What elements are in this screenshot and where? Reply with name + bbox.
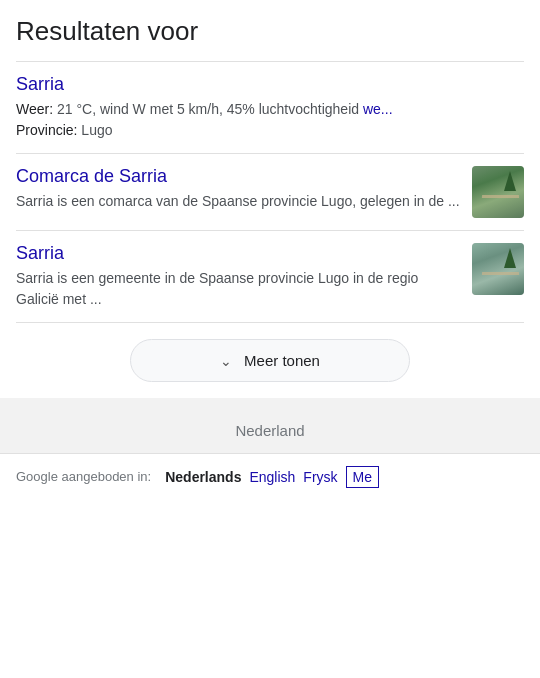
meer-tonen-label: Meer tonen <box>244 352 320 369</box>
lang-more-boxed[interactable]: Me <box>346 466 379 488</box>
province-value: Lugo <box>81 122 112 138</box>
result-comarca: Comarca de Sarria Sarria is een comarca … <box>16 154 524 231</box>
sarria-weather-description: Weer: 21 °C, wind W met 5 km/h, 45% luch… <box>16 99 524 120</box>
footer-section: Nederland Google aangeboden in: Nederlan… <box>0 398 540 500</box>
comarca-title[interactable]: Comarca de Sarria <box>16 166 462 187</box>
meer-tonen-button[interactable]: ⌄ Meer tonen <box>130 339 410 382</box>
sarria-text: Sarria Sarria is een gemeente in de Spaa… <box>16 243 462 310</box>
lang-english[interactable]: English <box>249 469 295 485</box>
sarria-thumbnail <box>472 243 524 295</box>
weather-text: 21 °C, wind W met 5 km/h, 45% luchtvocht… <box>57 101 363 117</box>
comarca-thumbnail <box>472 166 524 218</box>
sarria-gemeente-description: Sarria is een gemeente in de Spaanse pro… <box>16 268 462 310</box>
meer-tonen-section: ⌄ Meer tonen <box>16 323 524 398</box>
weather-link[interactable]: we... <box>363 101 393 117</box>
language-links: Nederlands English Frysk Me <box>165 466 379 488</box>
province-description: Provincie: Lugo <box>16 120 524 141</box>
road-decoration <box>482 195 519 198</box>
google-offered-label: Google aangeboden in: <box>16 468 151 486</box>
footer-languages: Google aangeboden in: Nederlands English… <box>0 453 540 500</box>
result-sarria-weather: Sarria Weer: 21 °C, wind W met 5 km/h, 4… <box>16 62 524 154</box>
comarca-text: Comarca de Sarria Sarria is een comarca … <box>16 166 462 212</box>
tree-decoration-2 <box>504 248 516 268</box>
page-title: Resultaten voor <box>16 16 524 47</box>
chevron-down-icon: ⌄ <box>220 353 232 369</box>
tree-decoration <box>504 171 516 191</box>
result-sarria-gemeente: Sarria Sarria is een gemeente in de Spaa… <box>16 231 524 323</box>
sarria-thumbnail-image <box>472 243 524 295</box>
sarria-weather-title[interactable]: Sarria <box>16 74 524 95</box>
province-label: Provincie: <box>16 122 77 138</box>
lang-nederlands[interactable]: Nederlands <box>165 469 241 485</box>
main-content: Resultaten voor Sarria Weer: 21 °C, wind… <box>0 0 540 398</box>
road-decoration-2 <box>482 272 519 275</box>
footer-country: Nederland <box>0 410 540 453</box>
comarca-row: Comarca de Sarria Sarria is een comarca … <box>16 166 524 218</box>
comarca-description: Sarria is een comarca van de Spaanse pro… <box>16 191 462 212</box>
weer-label: Weer: <box>16 101 53 117</box>
sarria-row: Sarria Sarria is een gemeente in de Spaa… <box>16 243 524 310</box>
sarria-gemeente-title[interactable]: Sarria <box>16 243 462 264</box>
lang-frysk[interactable]: Frysk <box>303 469 337 485</box>
comarca-thumbnail-image <box>472 166 524 218</box>
